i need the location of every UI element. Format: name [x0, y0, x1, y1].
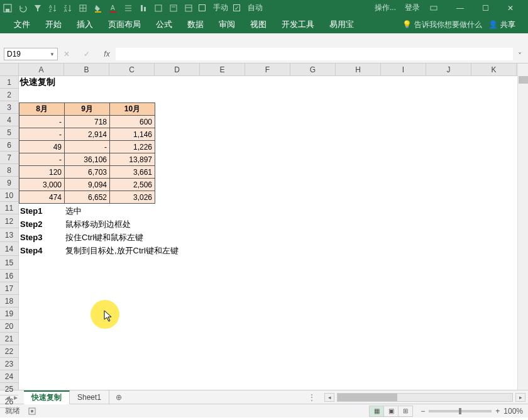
fx-icon[interactable]: fx: [101, 48, 113, 60]
col-header[interactable]: I: [381, 64, 426, 75]
col-header[interactable]: F: [245, 64, 290, 75]
tab-data[interactable]: 数据: [180, 16, 211, 33]
minimize-button[interactable]: —: [448, 0, 473, 16]
sort-asc-icon[interactable]: AZ: [48, 3, 58, 13]
row-header[interactable]: 22: [0, 345, 18, 358]
row-header[interactable]: 26: [0, 395, 18, 408]
tab-file[interactable]: 文件: [6, 16, 38, 33]
row-header[interactable]: 24: [0, 370, 18, 383]
sheet-tab-other[interactable]: Sheet1: [70, 390, 109, 404]
row-header[interactable]: 7: [0, 152, 18, 164]
scroll-left-icon[interactable]: ◂: [324, 393, 334, 402]
row-header[interactable]: 5: [0, 126, 18, 139]
col-header[interactable]: E: [200, 64, 245, 75]
tab-layout[interactable]: 页面布局: [101, 16, 148, 33]
tab-addon[interactable]: 易用宝: [322, 16, 361, 33]
row-header[interactable]: 13: [0, 228, 18, 242]
share-button[interactable]: 👤 共享: [482, 19, 522, 30]
align-icon[interactable]: [138, 3, 148, 13]
ribbon-toggle-icon[interactable]: [429, 3, 439, 13]
row-header[interactable]: 15: [0, 256, 18, 270]
name-box[interactable]: D19 ▼: [4, 48, 58, 60]
row-header[interactable]: 12: [0, 214, 18, 228]
manual-label: 手动: [213, 3, 228, 13]
tab-dev[interactable]: 开发工具: [274, 16, 322, 33]
row-header[interactable]: 4: [0, 114, 18, 126]
tab-formula[interactable]: 公式: [148, 16, 180, 33]
filter-icon[interactable]: [33, 3, 43, 13]
hscroll-thumb[interactable]: [338, 394, 397, 401]
row-header[interactable]: 14: [0, 242, 18, 256]
zoom-slider[interactable]: [429, 410, 492, 412]
row-header[interactable]: 25: [0, 383, 18, 395]
auto-checkbox[interactable]: [233, 4, 240, 11]
col-header[interactable]: K: [471, 64, 517, 75]
enter-icon[interactable]: ✓: [80, 48, 93, 60]
row-header[interactable]: 21: [0, 333, 18, 345]
select-all-corner[interactable]: [0, 64, 19, 76]
col-header[interactable]: G: [290, 64, 336, 75]
formula-input[interactable]: [116, 48, 513, 60]
row-header[interactable]: 3: [0, 101, 18, 114]
font-color-icon[interactable]: A: [108, 3, 118, 13]
close-button[interactable]: ✕: [498, 0, 523, 16]
login-label[interactable]: 登录: [405, 3, 420, 13]
sheet-tab-active[interactable]: 快速复制: [24, 390, 70, 404]
col-header[interactable]: J: [426, 64, 471, 75]
undo-icon[interactable]: [18, 3, 28, 13]
col-header[interactable]: H: [336, 64, 381, 75]
vertical-scrollbar[interactable]: [517, 64, 528, 390]
normal-view-button[interactable]: ▦: [369, 406, 384, 417]
cancel-icon[interactable]: ✕: [60, 48, 73, 60]
row-header[interactable]: 23: [0, 358, 18, 370]
row-header[interactable]: 20: [0, 320, 18, 333]
row-header[interactable]: 18: [0, 295, 18, 307]
manual-checkbox[interactable]: [199, 4, 206, 11]
scroll-right-icon[interactable]: ▸: [515, 393, 525, 402]
row-header[interactable]: 6: [0, 139, 18, 152]
format-icon[interactable]: [153, 3, 163, 13]
save-icon[interactable]: [3, 3, 13, 13]
row-header[interactable]: 16: [0, 270, 18, 282]
tab-insert[interactable]: 插入: [69, 16, 101, 33]
col-header[interactable]: B: [64, 64, 109, 75]
tab-view[interactable]: 视图: [243, 16, 274, 33]
expand-formula-icon[interactable]: ˅: [515, 52, 524, 60]
zoom-level[interactable]: 100%: [503, 407, 523, 416]
zoom-out-button[interactable]: −: [421, 407, 425, 416]
maximize-button[interactable]: ☐: [473, 0, 498, 16]
tab-home[interactable]: 开始: [38, 16, 69, 33]
tab-review[interactable]: 审阅: [211, 16, 243, 33]
zoom-in-button[interactable]: +: [495, 407, 500, 416]
row-header[interactable]: 19: [0, 307, 18, 320]
cells-area[interactable]: 快速复制 8月9月10月 -718600-2,9141,14649-1,226-…: [19, 76, 517, 390]
col-header[interactable]: C: [109, 64, 155, 75]
row-header[interactable]: 2: [0, 89, 18, 101]
row-header[interactable]: 11: [0, 202, 18, 214]
row-header[interactable]: 9: [0, 177, 18, 189]
action-label[interactable]: 操作...: [375, 3, 396, 13]
view-buttons: ▦ ▣ ⊞: [370, 406, 413, 417]
unknown-icon[interactable]: [123, 3, 133, 13]
table-cell: 3,026: [110, 191, 155, 204]
tell-me[interactable]: 💡 告诉我你想要做什么: [402, 19, 482, 30]
row-header[interactable]: 10: [0, 189, 18, 202]
add-sheet-button[interactable]: ⊕: [109, 393, 128, 402]
fill-color-icon[interactable]: [93, 3, 103, 13]
row-header[interactable]: 17: [0, 282, 18, 295]
split-handle[interactable]: ⋮: [308, 393, 316, 402]
row-header[interactable]: 1: [0, 76, 18, 89]
border-icon[interactable]: [78, 3, 88, 13]
row-header[interactable]: 8: [0, 164, 18, 177]
sheet-icon[interactable]: [184, 3, 194, 13]
col-header[interactable]: D: [155, 64, 200, 75]
col-header[interactable]: A: [19, 64, 64, 75]
page-break-view-button[interactable]: ⊞: [398, 406, 413, 417]
calc-icon[interactable]: [168, 3, 179, 13]
sort-desc-icon[interactable]: ZA: [63, 3, 73, 13]
horizontal-scrollbar[interactable]: [337, 393, 513, 402]
macro-icon[interactable]: [28, 407, 36, 416]
page-layout-view-button[interactable]: ▣: [383, 406, 399, 417]
dropdown-icon[interactable]: ▼: [50, 52, 55, 57]
scroll-thumb[interactable]: [519, 76, 528, 84]
